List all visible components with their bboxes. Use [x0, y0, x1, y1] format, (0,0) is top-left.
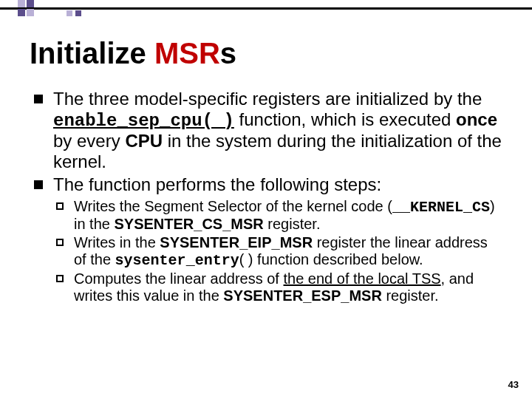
text-bold: SYSENTER_EIP_MSR	[160, 234, 313, 250]
text: register.	[264, 216, 321, 232]
text-bold: CPU	[125, 131, 163, 151]
text-underline: the end of the local TSS	[284, 270, 441, 287]
title-highlight: MSR	[154, 37, 220, 69]
slide-title: Initialize MSRs	[30, 37, 236, 70]
text-bold: once	[456, 109, 497, 129]
deco-square	[27, 0, 34, 7]
sub-bullet-3: Computes the linear address of the end o…	[53, 270, 502, 304]
page-number: 43	[508, 379, 519, 390]
sub-bullet-1: Writes the Segment Selector of the kerne…	[53, 198, 502, 233]
title-pre: Initialize	[30, 37, 154, 69]
text: ( ) function described below.	[239, 251, 423, 267]
bullet-1: The three model-specific registers are i…	[30, 89, 502, 171]
text: function, which is executed	[234, 109, 456, 129]
code-enable-sep-cpu: enable_sep_cpu( )	[53, 111, 234, 131]
text-bold: SYSENTER_ESP_MSR	[223, 287, 382, 304]
text: Writes the Segment Selector of the kerne…	[74, 198, 392, 214]
header-decoration	[0, 0, 532, 22]
sub-bullet-2: Writes in the SYSENTER_EIP_MSR register …	[53, 234, 502, 269]
text: Computes the linear address of	[74, 270, 284, 287]
header-line	[0, 7, 532, 10]
slide: Initialize MSRs The three model-specific…	[0, 0, 532, 399]
deco-square	[27, 9, 34, 16]
text: The function performs the following step…	[53, 174, 381, 194]
title-post: s	[220, 37, 236, 69]
code-sysenter-entry: sysenter_entry	[115, 252, 239, 269]
text-bold: SYSENTER_CS_MSR	[114, 216, 263, 232]
text: The three model-specific registers are i…	[53, 89, 482, 109]
slide-body: The three model-specific registers are i…	[30, 89, 502, 307]
deco-square	[18, 0, 25, 7]
bullet-2: The function performs the following step…	[30, 174, 502, 304]
text: Writes in the	[74, 234, 160, 250]
text: by every	[53, 131, 125, 151]
text: register.	[382, 287, 439, 304]
deco-square	[18, 9, 25, 16]
deco-square	[66, 10, 72, 16]
deco-square	[75, 10, 81, 16]
code-kernel-cs: __KERNEL_CS	[392, 199, 490, 216]
